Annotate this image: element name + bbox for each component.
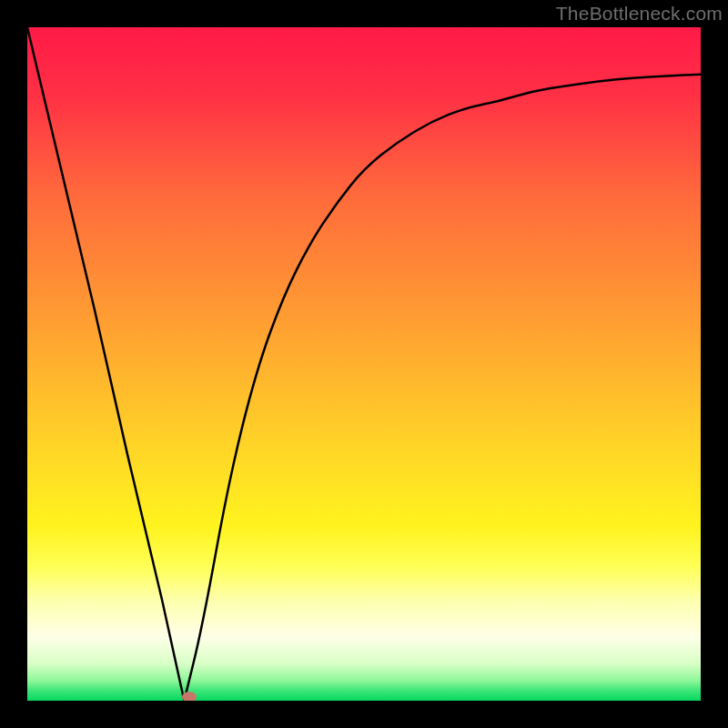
- minimum-marker: [182, 692, 197, 701]
- plot-area: [27, 27, 701, 701]
- bottleneck-curve: [27, 27, 701, 701]
- chart-frame: TheBottleneck.com: [0, 0, 728, 728]
- watermark-text: TheBottleneck.com: [556, 3, 723, 25]
